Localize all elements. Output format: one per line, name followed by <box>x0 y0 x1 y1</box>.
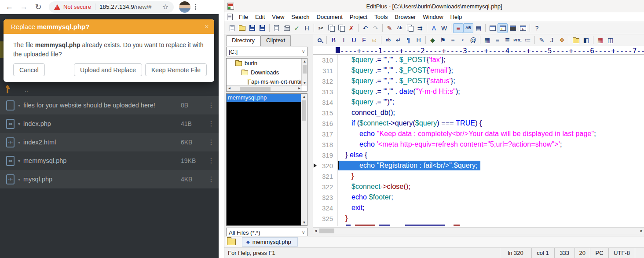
font-icon[interactable]: A <box>429 23 439 33</box>
color-picker-icon[interactable]: ▦ <box>595 35 605 45</box>
menu-project[interactable]: Project <box>346 13 371 21</box>
parent-directory-row[interactable]: .. <box>0 84 219 95</box>
watch-icon[interactable]: W <box>439 23 449 33</box>
row-caret-icon[interactable]: ▾ <box>18 177 20 182</box>
browser-preview-icon[interactable] <box>315 35 325 45</box>
scroll-left-icon[interactable]: ◄ <box>313 228 318 234</box>
image-tag-icon[interactable]: ◆ <box>428 35 438 45</box>
row-caret-icon[interactable]: ▾ <box>18 158 20 163</box>
scroll-left-icon[interactable]: ◄ <box>227 86 232 92</box>
file-row-mysqlphp[interactable]: </>▾mysql.php4KB⋮ <box>0 170 219 188</box>
anchor-tag-icon[interactable]: ⚑ <box>438 35 448 45</box>
align-center-icon[interactable]: ≡ <box>492 35 502 45</box>
print-preview-icon[interactable] <box>271 23 282 33</box>
output-window-icon[interactable] <box>487 23 498 33</box>
security-label[interactable]: Not secure <box>63 4 91 10</box>
menu-browser[interactable]: Browser <box>392 13 420 21</box>
file-row-memmysqlphp[interactable]: </>▾memmysql.php19KB⋮ <box>0 151 219 170</box>
mark-icon[interactable]: ✎ <box>384 23 395 33</box>
tag-icon[interactable]: ‹· <box>458 35 468 45</box>
tree-item-downloads[interactable]: Downloads <box>227 68 302 77</box>
copy-icon[interactable] <box>326 23 336 33</box>
tree-item-burin[interactable]: burin <box>227 59 302 68</box>
row-menu-icon[interactable]: ⋮ <box>204 157 219 165</box>
row-menu-icon[interactable]: ⋮ <box>204 120 219 128</box>
dialog-close-icon[interactable]: × <box>205 23 209 30</box>
file-row-files[interactable]: ▾files for your website should be upload… <box>0 96 219 114</box>
back-icon[interactable]: ← <box>4 2 15 12</box>
tree-vertical-scrollbar[interactable]: ▲ ▼ <box>301 59 307 86</box>
align-right-icon[interactable]: ≣ <box>502 35 512 45</box>
indent-icon[interactable]: ⇉ <box>415 23 425 33</box>
scroll-down-icon[interactable]: ▼ <box>302 80 307 86</box>
new-document-icon[interactable] <box>227 23 237 33</box>
scroll-up-icon[interactable]: ▲ <box>302 59 307 64</box>
pre-tag-icon[interactable]: PRE <box>512 35 523 45</box>
paste-icon[interactable] <box>336 23 346 33</box>
redo-icon[interactable]: ↷ <box>370 23 381 33</box>
row-menu-icon[interactable]: ⋮ <box>204 101 219 109</box>
scroll-down-icon[interactable]: ▼ <box>301 220 307 225</box>
row-menu-icon[interactable]: ⋮ <box>204 138 219 146</box>
cut-icon[interactable]: ✂ <box>316 23 326 33</box>
menu-search[interactable]: Search <box>288 13 313 21</box>
emoji-icon[interactable]: ☺ <box>369 35 379 45</box>
open-file-icon[interactable] <box>237 23 247 33</box>
html-document-icon[interactable]: H <box>302 23 312 33</box>
frame-tool-icon[interactable]: ◧ <box>581 35 591 45</box>
row-caret-icon[interactable]: ▾ <box>18 103 20 108</box>
nbsp-icon[interactable]: nb <box>383 35 393 45</box>
bold-icon[interactable]: B <box>329 35 339 45</box>
scroll-right-icon[interactable]: ► <box>296 86 302 92</box>
bookmark-star-icon[interactable]: ☆ <box>162 3 168 11</box>
delete-icon[interactable]: ✗ <box>346 23 356 33</box>
font-tag-icon[interactable]: F <box>359 35 369 45</box>
java-applet-icon[interactable]: J <box>547 35 557 45</box>
menu-window[interactable]: Window <box>419 13 446 21</box>
address-bar[interactable]: Not secure 185.27.134.9/new/# ☆ <box>49 1 174 13</box>
object-tag-icon[interactable]: ❖ <box>557 35 567 45</box>
document-tab-memmysql[interactable]: ◆ memmysql.php <box>242 237 298 247</box>
auto-completion-icon[interactable]: AB <box>463 23 473 33</box>
tree-horizontal-scrollbar[interactable]: ◄ ► <box>227 85 302 91</box>
menu-edit[interactable]: Edit <box>252 13 268 21</box>
scroll-up-icon[interactable]: ▲ <box>301 94 307 100</box>
tree-item-api-ms-win-crt-runtim[interactable]: api-ms-win-crt-runtim <box>227 77 302 86</box>
function-list-icon[interactable] <box>518 23 528 33</box>
forward-icon[interactable]: → <box>18 2 29 12</box>
menu-view[interactable]: View <box>268 13 288 21</box>
replace-icon[interactable]: Ab <box>395 23 405 33</box>
file-row-indexphp[interactable]: </>▾index.php41B⋮ <box>0 114 219 133</box>
menu-document[interactable]: Document <box>313 13 346 21</box>
undo-icon[interactable]: ↶ <box>360 23 370 33</box>
row-menu-icon[interactable]: ⋮ <box>204 175 219 183</box>
line-numbers-icon[interactable]: ≡ <box>453 23 463 33</box>
list-tag-icon[interactable]: ≔ <box>523 35 533 45</box>
script-tag-icon[interactable]: ✎ <box>537 35 547 45</box>
code-horizontal-scrollbar[interactable]: ◄ ► <box>313 227 644 234</box>
hr-tag-icon[interactable]: = <box>448 35 458 45</box>
line-break-icon[interactable]: ↵ <box>393 35 403 45</box>
file-row-index2html[interactable]: </>▾index2.html6KB⋮ <box>0 133 219 151</box>
folder-icon[interactable] <box>227 239 236 245</box>
profile-avatar[interactable] <box>179 1 190 13</box>
paragraph-icon[interactable]: ¶ <box>403 35 413 45</box>
italic-icon[interactable]: I <box>339 35 349 45</box>
spell-check-icon[interactable]: ✓ <box>292 23 302 33</box>
cancel-button[interactable]: Cancel <box>13 63 45 76</box>
reload-icon[interactable]: ↻ <box>33 2 44 12</box>
heading-icon[interactable]: H <box>413 35 424 45</box>
menu-file[interactable]: File <box>235 13 252 21</box>
folder-tool-icon[interactable] <box>571 35 581 45</box>
list-vertical-scrollbar[interactable]: ▲ ▼ <box>301 94 307 225</box>
menu-tools[interactable]: Tools <box>371 13 391 21</box>
selected-file-item[interactable]: memmysql.php <box>227 94 301 102</box>
row-caret-icon[interactable]: ▾ <box>18 140 20 145</box>
mailto-icon[interactable]: @ <box>468 35 478 45</box>
underline-icon[interactable]: U <box>349 35 359 45</box>
menu-help[interactable]: Help <box>447 13 466 21</box>
drive-select[interactable]: [C:] ˅ <box>226 47 307 56</box>
url-text[interactable]: 185.27.134.9/new/# <box>99 4 160 10</box>
directory-window-icon[interactable] <box>498 23 508 33</box>
print-icon[interactable] <box>282 23 292 33</box>
